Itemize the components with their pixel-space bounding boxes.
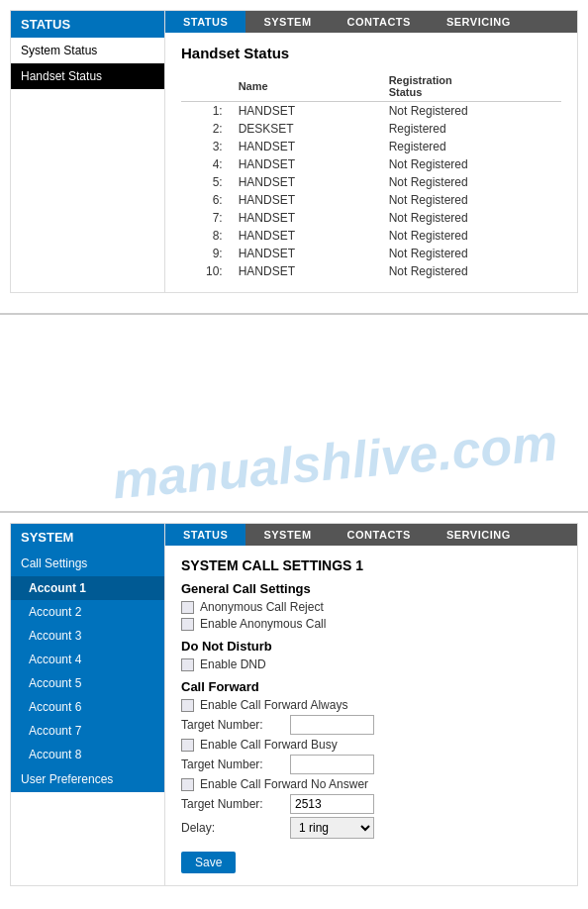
col-header-name: Name [231,71,381,102]
col-header-num [181,71,231,102]
row-status: Registered [381,120,561,138]
forward-noanswer-target-label: Target Number: [181,797,290,811]
dnd-row: Enable DND [181,657,561,671]
row-num: 4: [181,155,231,173]
forward-busy-target-row: Target Number: [181,755,561,774]
handset-status-table: Name RegistrationStatus 1: HANDSET Not R… [181,71,561,280]
middle-gap: manualshlive.com [0,315,588,513]
sidebar-user-preferences[interactable]: User Preferences [11,766,164,792]
table-row: 9: HANDSET Not Registered [181,245,561,262]
forward-busy-target-input[interactable] [290,755,374,774]
table-row: 3: HANDSET Registered [181,138,561,155]
row-num: 3: [181,138,231,155]
row-num: 7: [181,209,231,227]
row-status: Not Registered [381,245,561,262]
row-num: 1: [181,102,231,121]
row-name: HANDSET [231,173,381,191]
table-row: 2: DESKSET Registered [181,120,561,138]
row-name: HANDSET [231,245,381,262]
enable-anonymous-checkbox[interactable] [181,618,194,631]
watermark-text: manualshlive.com [110,412,559,510]
bottom-section: SYSTEM Call Settings Account 1 Account 2… [0,513,588,906]
row-status: Not Registered [381,155,561,173]
sidebar-call-settings[interactable]: Call Settings [11,551,164,576]
forward-always-target-row: Target Number: [181,715,561,735]
row-name: HANDSET [231,102,381,121]
dnd-checkbox[interactable] [181,658,194,671]
top-content-body: Handset Status Name RegistrationStatus 1… [165,33,577,292]
dnd-label: Enable DND [200,657,266,671]
forward-always-target-label: Target Number: [181,718,290,732]
sidebar-item-system-status[interactable]: System Status [11,38,164,63]
top-tab-servicing[interactable]: SERVICING [429,11,529,33]
bottom-tab-system[interactable]: SYSTEM [245,524,329,546]
sidebar-account-8[interactable]: Account 8 [11,743,164,766]
forward-always-checkbox[interactable] [181,699,194,712]
row-name: HANDSET [231,262,381,280]
row-num: 10: [181,262,231,280]
table-row: 10: HANDSET Not Registered [181,262,561,280]
sidebar-account-2[interactable]: Account 2 [11,600,164,624]
sidebar-account-4[interactable]: Account 4 [11,648,164,671]
bottom-sidebar: SYSTEM Call Settings Account 1 Account 2… [11,524,164,885]
forward-busy-row: Enable Call Forward Busy [181,738,561,752]
row-num: 6: [181,191,231,209]
sidebar-account-7[interactable]: Account 7 [11,719,164,743]
row-status: Not Registered [381,173,561,191]
delay-select[interactable]: 1 ring 2 rings 3 rings 4 rings [290,817,374,839]
forward-busy-target-label: Target Number: [181,758,290,771]
top-content-title: Handset Status [181,45,561,61]
anonymous-reject-checkbox[interactable] [181,601,194,614]
row-status: Not Registered [381,102,561,121]
row-num: 8: [181,227,231,245]
bottom-nav-tabs: STATUS SYSTEM CONTACTS SERVICING [165,524,577,546]
anonymous-reject-row: Anonymous Call Reject [181,600,561,614]
bottom-sidebar-header: SYSTEM [11,524,164,551]
bottom-layout: SYSTEM Call Settings Account 1 Account 2… [10,523,578,886]
anonymous-reject-label: Anonymous Call Reject [200,600,324,614]
delay-row: Delay: 1 ring 2 rings 3 rings 4 rings [181,817,561,839]
forward-noanswer-label: Enable Call Forward No Answer [200,777,368,791]
table-row: 4: HANDSET Not Registered [181,155,561,173]
row-name: HANDSET [231,155,381,173]
forward-noanswer-checkbox[interactable] [181,778,194,791]
top-tab-system[interactable]: SYSTEM [245,11,329,33]
top-tab-status[interactable]: STATUS [165,11,245,33]
row-num: 9: [181,245,231,262]
forward-noanswer-target-input[interactable] [290,794,374,814]
enable-anonymous-row: Enable Anonymous Call [181,617,561,631]
table-row: 8: HANDSET Not Registered [181,227,561,245]
sidebar-account-5[interactable]: Account 5 [11,671,164,695]
enable-anonymous-label: Enable Anonymous Call [200,617,326,631]
top-main-content: STATUS SYSTEM CONTACTS SERVICING Handset… [164,11,577,292]
bottom-content-body: SYSTEM CALL SETTINGS 1 General Call Sett… [165,546,577,885]
table-row: 6: HANDSET Not Registered [181,191,561,209]
row-status: Not Registered [381,262,561,280]
bottom-main-content: STATUS SYSTEM CONTACTS SERVICING SYSTEM … [164,524,577,885]
bottom-tab-contacts[interactable]: CONTACTS [330,524,429,546]
top-sidebar: STATUS System Status Handset Status [11,11,164,292]
sidebar-item-handset-status[interactable]: Handset Status [11,63,164,89]
table-row: 7: HANDSET Not Registered [181,209,561,227]
sidebar-account-3[interactable]: Account 3 [11,624,164,648]
forward-noanswer-target-row: Target Number: [181,794,561,814]
row-name: HANDSET [231,191,381,209]
delay-label: Delay: [181,821,290,835]
forward-noanswer-row: Enable Call Forward No Answer [181,777,561,791]
forward-busy-label: Enable Call Forward Busy [200,738,338,752]
top-tab-contacts[interactable]: CONTACTS [330,11,429,33]
save-button[interactable]: Save [181,852,236,873]
row-name: HANDSET [231,227,381,245]
top-sidebar-header: STATUS [11,11,164,38]
row-name: DESKSET [231,120,381,138]
row-status: Not Registered [381,209,561,227]
forward-always-label: Enable Call Forward Always [200,698,347,712]
row-status: Registered [381,138,561,155]
sidebar-account-6[interactable]: Account 6 [11,695,164,719]
forward-always-target-input[interactable] [290,715,374,735]
sidebar-account-1[interactable]: Account 1 [11,576,164,600]
bottom-tab-status[interactable]: STATUS [165,524,245,546]
bottom-tab-servicing[interactable]: SERVICING [429,524,529,546]
forward-busy-checkbox[interactable] [181,739,194,752]
call-forward-title: Call Forward [181,679,561,694]
